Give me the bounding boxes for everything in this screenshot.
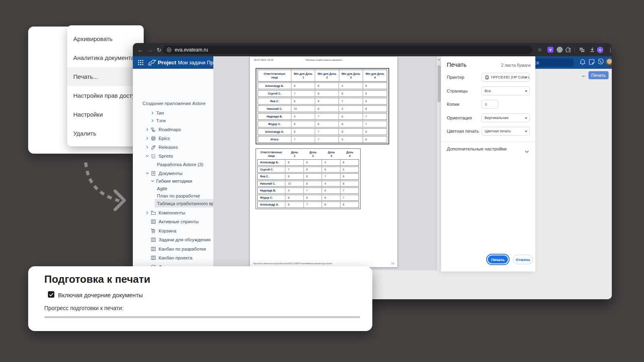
scrollbar-up-icon[interactable]: ▲ <box>438 58 440 61</box>
table-cell: 7 <box>363 113 387 119</box>
table-cell: 6 <box>322 188 340 193</box>
table-cell: 8 <box>285 195 303 201</box>
doc-print-button[interactable]: Печать <box>588 71 609 79</box>
sheet-count: 2 листа бумаги <box>501 63 530 68</box>
download-icon[interactable] <box>588 43 597 56</box>
include-children-label[interactable]: Включая дочерние документы <box>58 292 143 298</box>
chevron-right-icon[interactable] <box>146 146 149 149</box>
sidebar-item-label: Agile <box>157 186 167 191</box>
address-bar[interactable]: eva.evateam.ru <box>163 45 533 54</box>
select-value: Цветная печать <box>485 129 511 133</box>
sidebar-item-sprints[interactable]: Sprints <box>146 152 173 160</box>
table-cell: 8 <box>363 83 387 89</box>
sidebar-item-тип[interactable]: Тип <box>151 109 164 117</box>
menu-item-1[interactable]: Архивировать <box>67 29 144 48</box>
print-cancel-button[interactable]: Отмена <box>513 255 533 264</box>
scrollbar-thumb[interactable] <box>438 65 441 102</box>
print-field-select-4[interactable]: Вертикальная <box>481 113 530 122</box>
sidebar-item-таблица-отработанного-времени[interactable]: Таблица отработанного времени <box>157 199 213 208</box>
chevron-right-icon[interactable] <box>146 211 149 214</box>
sidebar-item-label: Корзина <box>159 228 176 233</box>
table-cell: 8 <box>304 174 322 179</box>
sidebar-item-документы[interactable]: Документы <box>146 169 182 177</box>
doc-back-arrow-icon[interactable]: ← <box>581 72 587 78</box>
print-preview-page: 09.07.2024, 16:34 Таблица отработанного … <box>250 56 398 267</box>
print-field-select-2[interactable]: Все <box>481 86 530 95</box>
sidebar-item-канбан-по-разработке[interactable]: Канбан по разработке <box>146 245 206 253</box>
trash-icon <box>151 228 156 233</box>
history-icon[interactable] <box>597 59 605 66</box>
table-header-cell: Ответственныелица <box>257 150 285 158</box>
table-cell: 8 <box>285 202 303 208</box>
extension-globe-icon[interactable] <box>557 47 563 53</box>
profile-avatar-badge[interactable]: c <box>597 47 603 53</box>
sidebar-item-гибкие-методики[interactable]: Гибкие методики <box>151 177 192 185</box>
back-icon[interactable]: ← <box>136 43 145 56</box>
table-cell: Яна С. <box>258 174 285 179</box>
print-doc-title: Таблица отработанного времени <box>250 59 397 61</box>
menu-item-5[interactable]: Настройки <box>67 105 144 124</box>
chevron-right-icon[interactable] <box>146 137 149 140</box>
sidebar-item-label: Разработка Astore (3) <box>157 162 203 167</box>
nav-my-tasks[interactable]: Мои задачи <box>178 56 205 69</box>
chevron-right-icon[interactable] <box>151 111 154 115</box>
sidebar-item-releases[interactable]: Releases <box>146 143 178 151</box>
table-header-cell: День4 <box>341 150 359 158</box>
logo-dino-icon <box>148 59 155 66</box>
tab-list-icon[interactable] <box>578 43 586 56</box>
table-header-cell: Min для День3 <box>339 70 363 81</box>
print-confirm-button[interactable]: Печать <box>487 255 509 264</box>
table-header-cell: Min для День1 <box>291 70 315 81</box>
menu-item-4[interactable]: Настройки прав доступа <box>67 86 144 105</box>
app-product-name[interactable]: Project <box>158 56 176 69</box>
chevron-down-icon[interactable] <box>525 148 529 155</box>
preview-scrollbar[interactable]: ▲ <box>437 56 441 270</box>
table-cell: 8 <box>291 121 315 127</box>
table-cell: 8 <box>291 129 315 135</box>
sidebar-item-активные-спринты[interactable]: Активные спринты <box>146 217 199 226</box>
print-field-select-5[interactable]: Цветная печать <box>481 127 530 136</box>
chevron-down-icon[interactable] <box>151 179 154 183</box>
menu-item-3[interactable]: Печать... <box>67 67 144 86</box>
chevron-right-icon[interactable] <box>146 128 149 131</box>
sidebar-item-epics[interactable]: Epics <box>146 134 170 142</box>
sidebar-item-label: Тэги <box>156 118 166 123</box>
extensions-puzzle-icon[interactable] <box>564 43 572 56</box>
sidebar-item-label: Задачи для обсуждения <box>159 237 211 242</box>
caret-down-icon <box>525 131 527 132</box>
table-cell: 8 <box>304 195 322 201</box>
sidebar-item-компоненты[interactable]: Компоненты <box>146 208 185 217</box>
folder-icon <box>151 210 156 215</box>
chevron-down-icon[interactable] <box>146 172 149 175</box>
chevron-right-icon[interactable] <box>151 119 154 122</box>
app-grid-icon[interactable] <box>138 60 145 67</box>
chevron-down-icon[interactable] <box>146 154 149 158</box>
forward-icon[interactable]: → <box>145 43 154 56</box>
site-settings-icon[interactable] <box>167 47 171 52</box>
sidebar-item-корзина[interactable]: Корзина <box>146 226 176 235</box>
sidebar-item-тэги[interactable]: Тэги <box>151 116 166 125</box>
chrome-menu-icon[interactable]: ⋮ <box>606 43 612 56</box>
sidebar-item-план-по-разработке[interactable]: План по разработке <box>157 191 200 200</box>
table-cell: 8 <box>285 174 303 179</box>
user-avatar[interactable] <box>605 58 612 66</box>
copies-input[interactable]: 1 <box>481 100 498 109</box>
sidebar-item-roadmaps[interactable]: Roadmaps <box>146 125 181 134</box>
table-cell: 7 <box>363 121 387 127</box>
notifications-bell-icon[interactable] <box>579 59 587 66</box>
include-children-checkbox[interactable] <box>48 291 54 298</box>
menu-item-6[interactable]: Удалить <box>67 124 144 143</box>
print-field-select-1[interactable]: HPFCE43C (HP Color La: <box>481 73 530 82</box>
table-row: Надежда В.9767 <box>257 187 359 194</box>
url-text: eva.evateam.ru <box>175 47 208 53</box>
table-header-cell: День2 <box>304 150 322 158</box>
sidebar-item-разработка-astore-3-[interactable]: Разработка Astore (3) <box>157 160 203 169</box>
notes-icon[interactable] <box>588 59 596 66</box>
bookmark-star-icon[interactable]: ☆ <box>535 43 544 56</box>
reload-icon[interactable]: ↻ <box>155 43 163 56</box>
sidebar-item-задачи-для-обсуждения[interactable]: Задачи для обсуждения <box>146 235 211 244</box>
sidebar-item-канбан-проекта[interactable]: Канбан проекта <box>146 253 192 262</box>
menu-item-2[interactable]: Аналитика документа <box>67 48 144 67</box>
more-settings-label[interactable]: Дополнительные настройки <box>447 146 507 151</box>
extension-v-icon[interactable]: V <box>547 47 553 53</box>
